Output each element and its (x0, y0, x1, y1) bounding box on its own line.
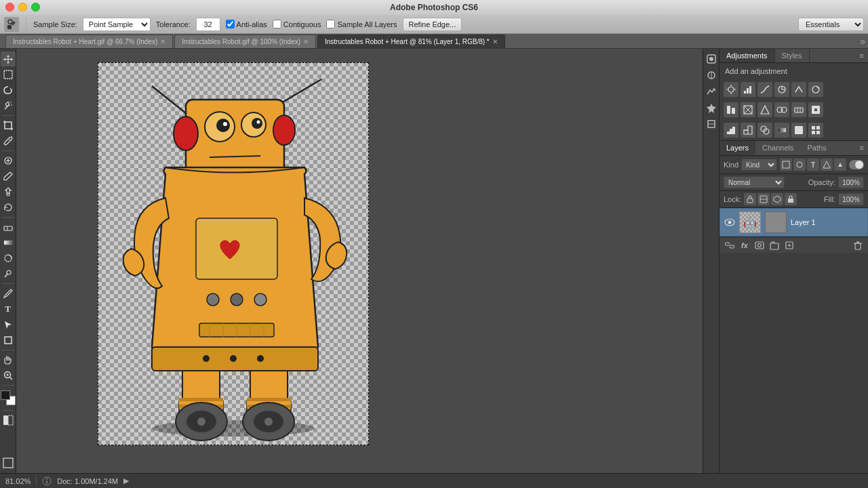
history-brush-tool[interactable] (1, 200, 16, 215)
filter-toggle[interactable] (849, 160, 864, 169)
adjustment-icon-3[interactable] (704, 84, 719, 99)
status-arrow[interactable]: ▶ (123, 476, 129, 485)
brightness-icon[interactable] (724, 82, 738, 97)
sample-size-select[interactable]: Point Sample 3 by 3 Average 5 by 5 Avera… (83, 18, 151, 31)
contiguous-checkbox[interactable] (273, 20, 281, 28)
layer-kind-select[interactable]: Kind (741, 159, 777, 171)
hue-saturation-icon[interactable] (808, 82, 823, 97)
adjustment-icon-4[interactable] (704, 100, 719, 115)
lock-transparent-icon[interactable] (744, 193, 756, 205)
layer-item-layer1[interactable]: 🤖 Layer 1 (719, 208, 868, 237)
blend-mode-select[interactable]: Normal Multiply Screen (724, 176, 785, 188)
type-tool[interactable]: T (1, 302, 16, 317)
layers-tab-layers[interactable]: Layers (719, 141, 755, 155)
refine-edge-button[interactable]: Refine Edge... (403, 18, 462, 31)
tab-1[interactable]: Instructables Robot.gif @ 100% (Index) ✕ (174, 35, 316, 48)
path-selection-tool[interactable] (1, 317, 16, 332)
tab-1-close[interactable]: ✕ (303, 38, 309, 45)
adjustment-filter-icon[interactable] (793, 159, 806, 171)
sample-all-layers-checkbox-label[interactable]: Sample All Layers (326, 20, 397, 28)
eyedropper-tool[interactable] (1, 134, 16, 148)
curves-icon[interactable] (757, 82, 772, 97)
add-style-icon[interactable]: fx (738, 239, 751, 251)
tab-0[interactable]: Instructables Robot + Heart.gif @ 66.7% … (5, 35, 173, 48)
pen-tool[interactable] (1, 286, 16, 301)
sample-all-layers-checkbox[interactable] (326, 20, 335, 28)
lasso-tool[interactable] (1, 83, 16, 98)
gradient-tool[interactable] (1, 235, 16, 250)
tab-collapse-icon[interactable]: » (860, 36, 865, 47)
shape-tool[interactable] (1, 333, 16, 348)
move-tool[interactable] (1, 52, 16, 66)
adjustment-icon-2[interactable] (704, 68, 719, 83)
black-white-icon[interactable] (741, 102, 755, 117)
clone-stamp-tool[interactable] (1, 184, 16, 199)
channel-mixer-icon[interactable] (774, 102, 789, 117)
type-filter-icon[interactable]: T (807, 159, 819, 171)
tab-2-close[interactable]: ✕ (492, 38, 498, 45)
levels-icon[interactable] (741, 82, 755, 97)
lock-image-icon[interactable] (757, 193, 770, 205)
tolerance-input[interactable]: 32 (196, 18, 220, 31)
magic-wand-tool[interactable] (1, 98, 16, 113)
link-layers-icon[interactable] (724, 239, 736, 251)
exposure-icon[interactable] (774, 82, 789, 97)
selective-color-icon[interactable] (757, 123, 772, 138)
vibrance-icon[interactable] (791, 82, 806, 97)
posterize-icon[interactable] (724, 123, 738, 138)
shape-filter-icon[interactable] (821, 159, 833, 171)
side-icon-panel (703, 49, 719, 473)
layers-tab-paths[interactable]: Paths (801, 141, 833, 155)
brush-tool[interactable] (1, 169, 16, 184)
minimize-button[interactable] (18, 3, 27, 12)
antialias-checkbox-label[interactable]: Anti-alias (226, 20, 267, 28)
smart-filter-icon[interactable] (834, 159, 846, 171)
tab-2[interactable]: Instructables Robot + Heart @ 81% (Layer… (317, 35, 505, 48)
threshold-icon[interactable] (741, 123, 755, 138)
close-button[interactable] (5, 3, 14, 12)
gradient-map-icon[interactable] (774, 123, 789, 138)
color-selector[interactable] (1, 390, 16, 405)
blur-tool[interactable] (1, 251, 16, 266)
hand-tool[interactable] (1, 352, 16, 367)
quick-mask-tool[interactable] (1, 413, 16, 428)
layer-visibility-icon[interactable] (724, 217, 735, 228)
screen-mode-tool[interactable] (1, 455, 16, 470)
maximize-button[interactable] (31, 3, 40, 12)
essentials-select[interactable]: Essentials Photography Painting (798, 18, 864, 31)
invert-icon[interactable] (808, 102, 823, 117)
healing-brush-tool[interactable] (1, 153, 16, 168)
color-balance-icon[interactable] (724, 102, 738, 117)
adjustment-icon-5[interactable] (704, 117, 719, 131)
adjustment-icon-1[interactable] (704, 52, 719, 66)
eraser-tool[interactable] (1, 220, 16, 235)
layers-tab-channels[interactable]: Channels (755, 141, 800, 155)
new-layer-icon[interactable] (783, 239, 795, 251)
panel-collapse-button[interactable]: ≡ (856, 49, 868, 62)
fill-input[interactable] (838, 193, 864, 205)
adjustments-tab[interactable]: Adjustments (719, 49, 775, 62)
opacity-input[interactable] (838, 176, 864, 188)
pixel-filter-icon[interactable] (780, 159, 792, 171)
color-lookup-icon[interactable] (791, 102, 806, 117)
tab-0-close[interactable]: ✕ (160, 38, 165, 45)
dodge-tool[interactable] (1, 266, 16, 281)
foreground-color[interactable] (1, 390, 10, 400)
window-controls[interactable] (5, 3, 40, 12)
contiguous-checkbox-label[interactable]: Contiguous (273, 20, 321, 28)
pattern-icon[interactable] (808, 123, 823, 138)
crop-tool[interactable] (1, 118, 16, 133)
photo-filter-icon[interactable] (757, 102, 772, 117)
lock-all-icon[interactable] (785, 193, 797, 205)
add-mask-icon[interactable] (753, 239, 766, 251)
antialias-checkbox[interactable] (226, 20, 235, 28)
new-group-icon[interactable] (768, 239, 781, 251)
marquee-tool[interactable] (1, 67, 16, 82)
lock-position-icon[interactable] (771, 193, 783, 205)
delete-layer-icon[interactable] (852, 239, 864, 251)
styles-tab[interactable]: Styles (775, 49, 810, 62)
svg-point-60 (264, 418, 273, 426)
zoom-tool[interactable] (1, 368, 16, 383)
layers-panel-collapse[interactable]: ≡ (856, 141, 868, 155)
solid-color-icon[interactable] (791, 123, 806, 138)
